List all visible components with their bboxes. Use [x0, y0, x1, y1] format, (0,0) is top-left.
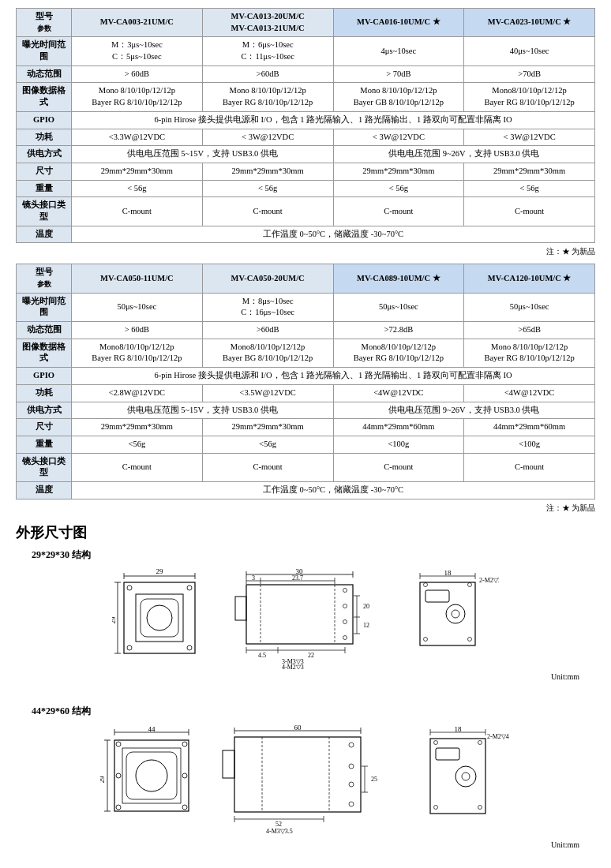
svg-rect-28 — [235, 597, 246, 620]
diagram2-unit: Unit:mm — [16, 840, 595, 849]
table1-header-col1: MV-CA003-21UM/C — [72, 9, 203, 37]
cell-gpio1: 6-pin Hirose 接头提供电源和 I/O，包含 1 路光隔输入、1 路光… — [72, 111, 595, 129]
page: 型号参数 MV-CA003-21UM/C MV-CA013-20UM/CMV-C… — [0, 0, 611, 868]
table2-header-col2: MV-CA050-20UM/C — [202, 264, 333, 293]
label-temp2: 温度 — [17, 481, 72, 499]
svg-rect-27 — [246, 585, 353, 644]
table2-header-col3: MV-CA089-10UM/C ★ — [333, 264, 464, 293]
label-supply1: 供电方式 — [17, 146, 72, 163]
table-row: 图像数据格式 Mono8/10/10p/12/12pBayer RG 8/10/… — [17, 339, 595, 367]
svg-point-38 — [343, 588, 347, 592]
svg-point-95 — [349, 764, 354, 769]
cell-mount2-4: C-mount — [464, 453, 595, 481]
svg-point-11 — [147, 605, 172, 630]
table1-note: 注：★ 为新品 — [16, 246, 595, 257]
svg-text:3: 3 — [252, 574, 255, 582]
table1-header-param: 型号参数 — [17, 9, 72, 37]
cell-dynamic1-4: >70dB — [464, 65, 595, 83]
table-row: 功耗 <3.3W@12VDC < 3W@12VDC < 3W@12VDC < 3… — [17, 129, 595, 146]
cell-weight1-2: < 56g — [202, 180, 333, 197]
cell-mount1-3: C-mount — [333, 197, 464, 226]
table2: 型号参数 MV-CA050-11UM/C MV-CA050-20UM/C MV-… — [16, 264, 595, 499]
diagram2-section: 44*29*60 结构 44 29 — [16, 705, 595, 849]
cell-format2-3: Mono8/10/10p/12/12pBayer RG 8/10/10p/12/… — [333, 339, 464, 367]
table1-header-col3: MV-CA016-10UM/C ★ — [333, 9, 464, 37]
table-row: 功耗 <2.8W@12VDC <3.5W@12VDC <4W@12VDC <4W… — [17, 384, 595, 402]
cell-power2-4: <4W@12VDC — [464, 384, 595, 402]
cell-power2-3: <4W@12VDC — [333, 384, 464, 402]
svg-text:2-M2▽3: 2-M2▽3 — [479, 577, 499, 584]
cell-weight1-3: < 56g — [333, 180, 464, 197]
svg-point-39 — [343, 604, 347, 608]
table1-header-col2: MV-CA013-20UM/CMV-CA013-21UM/C — [202, 9, 333, 37]
cell-temp1: 工作温度 0~50°C，储藏温度 -30~70°C — [72, 226, 595, 243]
svg-text:20: 20 — [363, 603, 369, 610]
cell-dynamic2-4: >65dB — [464, 322, 595, 339]
cell-exposure1-1: M：3μs~10secC：5μs~10sec — [72, 37, 203, 65]
cell-size1-1: 29mm*29mm*30mm — [72, 163, 203, 180]
svg-text:4-M2▽3: 4-M2▽3 — [282, 664, 304, 669]
diagram1-front: 29 29 — [112, 567, 207, 669]
svg-point-41 — [343, 635, 347, 639]
svg-point-79 — [182, 805, 187, 810]
label-weight1: 重量 — [17, 180, 72, 197]
label-dynamic1: 动态范围 — [17, 65, 72, 83]
table-row: 曝光时间范围 M：3μs~10secC：5μs~10sec M：6μs~10se… — [17, 37, 595, 65]
svg-point-96 — [349, 782, 354, 787]
table-row: 重量 <56g <56g <100g <100g — [17, 436, 595, 453]
section-title: 外形尺寸图 — [16, 523, 595, 542]
cell-mount1-1: C-mount — [72, 197, 203, 226]
svg-text:12: 12 — [363, 622, 369, 629]
cell-dynamic1-1: > 60dB — [72, 65, 203, 83]
table-row: 动态范围 > 60dB >60dB > 70dB >70dB — [17, 65, 595, 83]
svg-point-113 — [478, 740, 482, 744]
label-gpio1: GPIO — [17, 111, 72, 129]
cell-format1-2: Mono 8/10/10p/12/12pBayer RG 8/10/10p/12… — [202, 83, 333, 111]
svg-point-14 — [127, 645, 132, 650]
diagram1-subtitle: 29*29*30 结构 — [32, 548, 595, 562]
label-power2: 功耗 — [17, 384, 72, 402]
table2-header-col1: MV-CA050-11UM/C — [72, 264, 203, 293]
svg-text:29: 29 — [112, 616, 117, 624]
diagram2-front: 44 29 — [100, 723, 203, 837]
label-power1: 功耗 — [17, 129, 72, 146]
cell-supply2-12: 供电电压范围 5~15V，支持 USB3.0 供电 — [72, 402, 334, 419]
svg-rect-109 — [436, 748, 459, 760]
cell-mount2-2: C-mount — [202, 453, 333, 481]
cell-size2-4: 44mm*29mm*60mm — [464, 419, 595, 436]
svg-point-13 — [187, 586, 192, 590]
table1: 型号参数 MV-CA003-21UM/C MV-CA013-20UM/CMV-C… — [16, 8, 595, 243]
table1-header-col4: MV-CA023-10UM/C ★ — [464, 9, 595, 37]
svg-rect-108 — [430, 739, 485, 814]
svg-text:18: 18 — [455, 725, 463, 733]
diagram1-row: 29 29 — [16, 567, 595, 669]
table-row: 供电方式 供电电压范围 5~15V，支持 USB3.0 供电 供电电压范围 9~… — [17, 402, 595, 419]
svg-text:2-M2▽4: 2-M2▽4 — [487, 733, 509, 740]
cell-exposure1-3: 4μs~10sec — [333, 37, 464, 65]
svg-point-76 — [116, 742, 121, 746]
label-weight2: 重量 — [17, 436, 72, 453]
cell-weight2-1: <56g — [72, 436, 203, 453]
table-row: GPIO 6-pin Hirose 接头提供电源和 I/O，包含 1 路光隔输入… — [17, 368, 595, 385]
diagram2-subtitle: 44*29*60 结构 — [32, 705, 595, 718]
label-size1: 尺寸 — [17, 163, 72, 180]
svg-point-81 — [182, 773, 187, 778]
cell-mount1-2: C-mount — [202, 197, 333, 226]
label-gpio2: GPIO — [17, 368, 72, 385]
svg-point-58 — [446, 604, 465, 623]
svg-rect-0 — [124, 582, 195, 653]
table-row: GPIO 6-pin Hirose 接头提供电源和 I/O，包含 1 路光隔输入… — [17, 111, 595, 129]
table-row: 曝光时间范围 50μs~10sec M：8μs~10secC：16μs~10se… — [17, 293, 595, 321]
svg-text:25: 25 — [371, 776, 377, 783]
cell-size1-3: 29mm*29mm*30mm — [333, 163, 464, 180]
cell-dynamic1-3: > 70dB — [333, 65, 464, 83]
label-dynamic2: 动态范围 — [17, 322, 72, 339]
cell-weight2-4: <100g — [464, 436, 595, 453]
cell-format1-3: Mono 8/10/10p/12/12pBayer GB 8/10/10p/12… — [333, 83, 464, 111]
svg-text:4-M3▽3.5: 4-M3▽3.5 — [266, 828, 293, 835]
cell-supply1-12: 供电电压范围 5~15V，支持 USB3.0 供电 — [72, 146, 334, 163]
cell-size2-2: 29mm*29mm*30mm — [202, 419, 333, 436]
cell-size2-1: 29mm*29mm*30mm — [72, 419, 203, 436]
diagram1-back: 18 2-M2▽3 — [396, 567, 499, 669]
table-row: 重量 < 56g < 56g < 56g < 56g — [17, 180, 595, 197]
